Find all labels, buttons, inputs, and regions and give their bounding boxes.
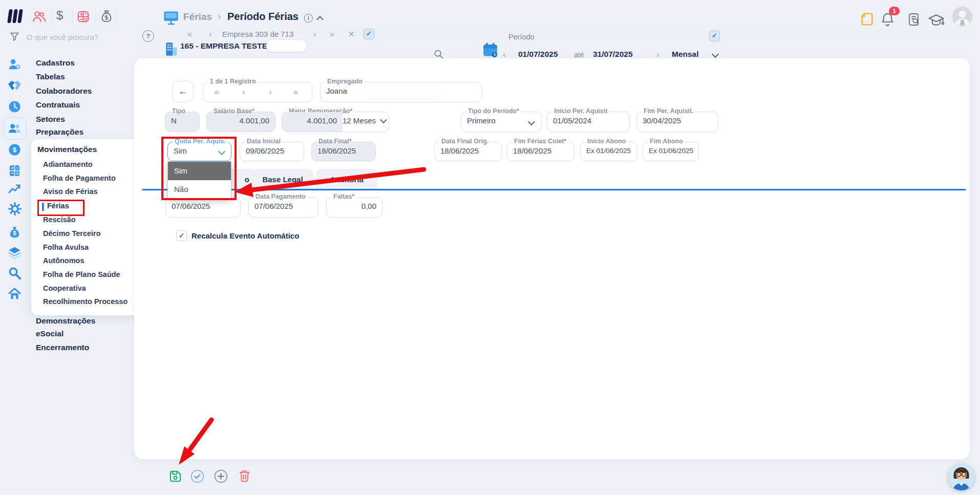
field-fim-abono[interactable]: Fim Abono Ex 01/06/2025 — [643, 142, 699, 161]
company-name[interactable]: 165 - EMPRESA TESTE — [180, 41, 267, 51]
handshake-icon[interactable] — [7, 78, 22, 92]
field-fim-ferias-colet[interactable]: Fim Férias Colet* 18/06/2025 — [507, 142, 574, 161]
period-end-date[interactable]: 31/07/2025 — [593, 50, 633, 59]
field-data-final-orig[interactable]: Data Final Orig. 18/06/2025 — [434, 142, 502, 161]
recalcula-checkbox-label: Recalcula Evento Automático — [191, 231, 299, 240]
submenu-item-aviso-ferias[interactable]: Aviso de Férias — [43, 187, 98, 196]
breadcrumb-section[interactable]: Férias — [183, 11, 212, 23]
home-icon[interactable] — [8, 287, 22, 300]
record-prev-button[interactable]: ‹ — [242, 87, 245, 98]
company-next-button[interactable]: › — [313, 29, 316, 40]
sidebar-item-preparacoes[interactable]: Preparações — [36, 127, 83, 137]
submenu-item-decimo-terceiro[interactable]: Décimo Terceiro — [43, 229, 101, 238]
period-mode-chevron-icon[interactable] — [712, 51, 719, 58]
field-inicio-per-aquisit[interactable]: Início Per. Aquisit 01/05/2024 — [547, 112, 630, 132]
graduation-cap-icon[interactable] — [928, 13, 945, 27]
maior-remuneracao-select[interactable]: 12 Meses — [343, 112, 387, 132]
company-last-button[interactable]: » — [330, 29, 333, 40]
field-empregado-label: Empregado — [325, 78, 365, 85]
period-mode-select[interactable]: Mensal — [672, 50, 699, 59]
moneybag-icon[interactable] — [99, 9, 114, 24]
sidebar-item-encerramento[interactable]: Encerramento — [36, 343, 89, 352]
assistant-avatar[interactable] — [948, 463, 975, 490]
tab-auditoria[interactable]: Auditoria — [316, 169, 377, 189]
app-root: $ Férias › Período Férias i 1 — [0, 0, 980, 495]
dropdown-option-nao[interactable]: Não — [168, 180, 231, 199]
period-start-date[interactable]: 01/07/2025 — [518, 50, 558, 59]
people-icon[interactable] — [8, 121, 22, 135]
submenu-item-ferias[interactable]: Férias — [47, 202, 69, 210]
user-avatar[interactable] — [952, 7, 972, 27]
clock-icon[interactable] — [8, 100, 22, 114]
company-prev-button[interactable]: ‹ — [209, 29, 212, 40]
calendar-icon — [482, 42, 498, 59]
quita-dropdown: Sim Não — [167, 161, 231, 199]
field-faltas[interactable]: Faltas* 0,00 — [326, 197, 382, 218]
field-quita-per-aquis[interactable]: Quita Per. Aquis. Sim — [167, 142, 231, 161]
recalcula-checkbox[interactable]: ✓ — [176, 230, 187, 241]
submenu-item-autonomos[interactable]: Autônomos — [43, 256, 84, 265]
field-inicio-abono[interactable]: Início Abono Ex 01/06/2025 — [580, 142, 637, 161]
field-maior-remuneracao[interactable]: Maior Remuneração* 4.001,00 12 Meses — [282, 112, 389, 132]
submenu-item-rescisao[interactable]: Rescisão — [43, 216, 76, 224]
info-icon[interactable]: i — [304, 14, 313, 23]
search-icon[interactable] — [433, 49, 444, 59]
submenu-item-folha-avulsa[interactable]: Folha Avulsa — [43, 243, 89, 251]
building-icon — [164, 41, 178, 57]
company-first-button[interactable]: « — [187, 29, 191, 40]
app-logo[interactable] — [8, 9, 24, 25]
divider — [72, 9, 73, 24]
company-checkbox[interactable]: ✓ — [364, 29, 374, 39]
submenu-item-folha-pagamento[interactable]: Folha de Pagamento — [43, 174, 116, 182]
field-data-inicial[interactable]: Data Inicial 09/06/2025 — [240, 142, 304, 161]
collapse-chevron-icon[interactable] — [316, 16, 324, 23]
filter-icon[interactable] — [9, 31, 20, 42]
period-checkbox[interactable]: ✓ — [709, 31, 720, 41]
document-search-icon[interactable] — [907, 12, 921, 27]
record-next-button[interactable]: › — [269, 87, 272, 98]
field-fim-per-aquisit[interactable]: Fim Per. Aquisit. 30/04/2025 — [636, 112, 718, 132]
sidebar-item-movimentacoes[interactable]: Movimentações — [37, 145, 97, 154]
field-data-pagamento[interactable]: Data Pagamento 07/06/2025 — [248, 197, 318, 218]
record-last-button[interactable]: » — [293, 87, 297, 98]
field-data-vencimento[interactable]: Data Vencimento 07/06/2025 — [165, 197, 241, 218]
sidebar-item-colaboradores[interactable]: Colaboradores — [36, 87, 92, 96]
sidebar-item-esocial[interactable]: eSocial — [36, 329, 63, 338]
back-button[interactable]: ← — [172, 81, 194, 102]
user-gear-icon[interactable] — [8, 57, 22, 71]
moneybag-blue-icon[interactable]: $ — [8, 225, 22, 240]
tab-base-legal[interactable]: Base Legal — [252, 169, 313, 189]
company-clear-icon[interactable]: ✕ — [348, 29, 355, 40]
magnifier-icon[interactable] — [8, 266, 22, 280]
users-icon[interactable] — [32, 9, 47, 24]
record-nav-label: 1 de 1 Registro — [208, 78, 258, 85]
calculator-blue-icon[interactable] — [8, 164, 22, 178]
sidebar-item-setores[interactable]: Setores — [36, 115, 65, 124]
record-first-button[interactable]: « — [215, 87, 218, 98]
layers-icon[interactable] — [8, 246, 22, 260]
divider — [95, 9, 96, 24]
sidebar-item-tabelas[interactable]: Tabelas — [36, 72, 65, 81]
field-tipo-periodo[interactable]: Tipo do Período* Primeiro — [461, 112, 542, 132]
dropdown-option-sim[interactable]: Sim — [168, 162, 231, 180]
sidebar-item-contratuais[interactable]: Contratuais — [36, 100, 80, 110]
note-icon[interactable] — [860, 12, 875, 27]
gear-icon[interactable] — [8, 202, 22, 216]
notification-badge: 1 — [889, 7, 900, 15]
trend-up-icon[interactable] — [8, 182, 22, 196]
submenu-item-cooperativa[interactable]: Cooperativa — [43, 284, 86, 292]
sidebar-item-demonstracoes[interactable]: Demonstrações — [36, 316, 95, 326]
add-icon[interactable] — [214, 469, 228, 483]
sidebar-item-cadastros[interactable]: Cadastros — [36, 58, 75, 68]
help-icon[interactable]: ? — [142, 30, 154, 42]
delete-icon[interactable] — [238, 469, 251, 483]
submenu-item-recolhimento-processo[interactable]: Recolhimento Processo — [43, 297, 127, 306]
submenu-item-adiantamento[interactable]: Adiantamento — [43, 160, 93, 168]
submenu-item-folha-plano-saude[interactable]: Folha de Plano Saúde — [43, 270, 120, 278]
search-input[interactable] — [26, 30, 130, 44]
confirm-icon[interactable] — [190, 469, 204, 483]
save-icon[interactable] — [168, 469, 182, 483]
dollar-circle-icon[interactable]: $ — [8, 143, 22, 157]
dollar-icon[interactable]: $ — [56, 8, 63, 23]
calculator-icon[interactable] — [76, 10, 90, 24]
